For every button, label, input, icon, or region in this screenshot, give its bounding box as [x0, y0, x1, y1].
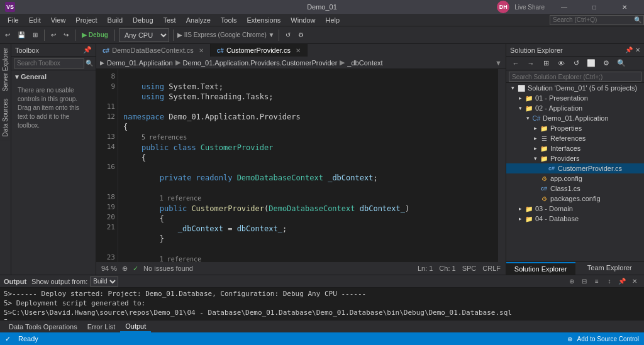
server-explorer-tab[interactable]: Server Explorer: [0, 44, 11, 95]
save-all-btn[interactable]: ⊞: [30, 28, 40, 42]
se-search-input[interactable]: [509, 72, 641, 82]
menu-build[interactable]: Build: [103, 15, 128, 25]
bottom-tab-data-tools[interactable]: Data Tools Operations: [4, 322, 82, 332]
config-btn[interactable]: ⚙: [296, 28, 306, 42]
window-title: Demo_01: [307, 3, 337, 11]
output-btn-4[interactable]: ↕: [604, 277, 615, 287]
main-area: Server Explorer Data Sources Toolbox 📌 🔍…: [0, 44, 644, 275]
add-to-source-control[interactable]: Add to Source Control: [577, 336, 639, 342]
menu-project[interactable]: Project: [70, 15, 102, 25]
redo-btn[interactable]: ↪: [61, 28, 71, 42]
se-collapse-btn[interactable]: ⬜: [584, 57, 598, 70]
tree-providers[interactable]: ▾ 📁 Providers: [506, 153, 644, 163]
se-search-btn[interactable]: 🔍: [614, 57, 628, 70]
cs-icon: c#: [103, 47, 109, 54]
output-btn-2[interactable]: ⊟: [579, 277, 590, 287]
refresh-btn[interactable]: ↺: [283, 28, 293, 42]
output-source-dropdown[interactable]: Build: [90, 277, 118, 287]
live-share-btn[interactable]: Live Share: [514, 4, 545, 11]
maximize-button[interactable]: □: [580, 0, 609, 14]
menu-help[interactable]: Help: [320, 15, 345, 25]
tree-packagesconfig[interactable]: ⚙ packages.config: [506, 194, 644, 204]
output-pin-btn[interactable]: 📌: [616, 277, 628, 287]
undo-btn[interactable]: ↩: [48, 28, 58, 42]
breadcrumb-part-2[interactable]: Demo_01.Application.Providers.CustomerPr…: [183, 59, 338, 67]
solution-tree: ▾ ⬜ Solution 'Demo_01' (5 of 5 projects)…: [506, 83, 644, 261]
output-btn-3[interactable]: ≡: [591, 277, 602, 287]
menu-analyze[interactable]: Analyze: [181, 15, 216, 25]
editor-status-bar: 94 % ⊕ ✓ No issues found Ln: 1 Ch: 1 SPC…: [96, 262, 506, 275]
menu-view[interactable]: View: [46, 15, 71, 25]
menu-test[interactable]: Test: [158, 15, 181, 25]
se-refresh-btn[interactable]: ↺: [569, 57, 583, 70]
tree-presentation[interactable]: ▸ 📁 01 - Presentation: [506, 93, 644, 103]
toolbox-panel: Toolbox 📌 🔍 ▾ General There are no usabl…: [11, 44, 96, 275]
toolbox-section-header[interactable]: ▾ General: [15, 73, 92, 81]
data-sources-tab[interactable]: Data Sources: [0, 95, 11, 141]
tab-customerprovider-label: CustomerProvider.cs: [226, 47, 291, 54]
domain-label: 03 - Domain: [535, 205, 573, 212]
menu-extensions[interactable]: Extensions: [242, 15, 286, 25]
tab-demodbcontext[interactable]: c# DemoDataBaseContext.cs ✕: [96, 44, 211, 57]
tab-customerprovider-close[interactable]: ✕: [296, 47, 301, 54]
editor-scrollbar[interactable]: [498, 69, 506, 262]
output-buttons: ⊕ ⊟ ≡ ↕ 📌 ✕: [566, 277, 640, 287]
toolbox-pin-icon[interactable]: 📌: [83, 46, 92, 54]
tab-demodbcontext-close[interactable]: ✕: [199, 47, 204, 54]
tree-interfaces[interactable]: ▸ 📁 Interfaces: [506, 143, 644, 153]
application-label: 02 - Application: [535, 104, 582, 112]
expand-arrow: ▾: [524, 115, 531, 121]
tree-database[interactable]: ▸ 📁 04 - Database: [506, 214, 644, 224]
tree-properties[interactable]: ▸ 📁 Properties: [506, 123, 644, 133]
code-content[interactable]: using System.Text; using System.Threadin…: [118, 69, 498, 262]
main-search-input[interactable]: [550, 15, 644, 25]
menu-window[interactable]: Window: [286, 15, 320, 25]
tree-application[interactable]: ▾ 📁 02 - Application: [506, 103, 644, 113]
bottom-tab-error-list[interactable]: Error List: [82, 322, 121, 332]
tree-appconfig[interactable]: ⚙ app.config: [506, 173, 644, 183]
menu-edit[interactable]: Edit: [24, 15, 46, 25]
output-header: Output Show output from: Build ⊕ ⊟ ≡ ↕ 📌…: [0, 275, 644, 288]
tree-customerprovider[interactable]: c# CustomerProvider.cs: [506, 163, 644, 173]
tree-references[interactable]: ▸ ☰ References: [506, 133, 644, 143]
se-show-all-btn[interactable]: 👁: [554, 57, 568, 70]
save-btn[interactable]: 💾: [15, 28, 28, 42]
minimize-button[interactable]: —: [550, 0, 579, 14]
tab-customerprovider[interactable]: c# CustomerProvider.cs ✕: [211, 44, 308, 57]
menu-debug[interactable]: Debug: [128, 15, 158, 25]
cpu-dropdown[interactable]: Any CPU: [119, 28, 169, 42]
user-avatar[interactable]: DH: [497, 1, 509, 13]
menu-tools[interactable]: Tools: [216, 15, 242, 25]
editor-tabs-bar: c# DemoDataBaseContext.cs ✕ c# CustomerP…: [96, 44, 506, 57]
output-btn-1[interactable]: ⊕: [566, 277, 577, 287]
toolbox-search-input[interactable]: [14, 58, 84, 68]
line-numbers: 8 9 11 12 13 14 16 18 19 20 21 23: [96, 69, 118, 262]
debug-btn[interactable]: ↩: [3, 28, 13, 42]
bottom-tab-output[interactable]: Output: [120, 321, 151, 332]
se-tab-solution-explorer[interactable]: Solution Explorer: [506, 262, 575, 275]
tree-demo-app[interactable]: ▾ C# Demo_01.Application: [506, 113, 644, 123]
close-button[interactable]: ✕: [610, 0, 639, 14]
breadcrumb-part-3[interactable]: _dbContext: [347, 59, 382, 67]
tree-domain[interactable]: ▸ 📁 03 - Domain: [506, 204, 644, 214]
output-source-row: Show output from: Build: [31, 277, 118, 287]
se-tab-team-explorer[interactable]: Team Explorer: [575, 262, 645, 275]
tree-solution[interactable]: ▾ ⬜ Solution 'Demo_01' (5 of 5 projects): [506, 83, 644, 93]
se-forward-btn[interactable]: →: [524, 57, 538, 70]
folder-icon-iface: 📁: [539, 144, 549, 153]
output-close-btn[interactable]: ✕: [629, 277, 640, 287]
se-close-icon[interactable]: ✕: [635, 47, 640, 53]
search-icon: 🔍: [634, 16, 641, 23]
start-debug-btn[interactable]: ▶ Debug: [79, 28, 111, 42]
se-back-btn[interactable]: ←: [509, 57, 523, 70]
se-properties-btn[interactable]: ⊞: [539, 57, 553, 70]
expand-arrow: ▸: [531, 125, 539, 131]
se-pin-icon[interactable]: 📌: [625, 47, 633, 53]
output-line-4: 5>: [4, 317, 640, 320]
menu-file[interactable]: File: [3, 15, 24, 25]
tree-class1[interactable]: c# Class1.cs: [506, 183, 644, 194]
se-filter-btn[interactable]: ⚙: [599, 57, 613, 70]
iis-express-btn[interactable]: ▶ IIS Express (Google Chrome) ▼: [177, 31, 275, 38]
breadcrumb-part-1[interactable]: Demo_01.Application: [107, 59, 173, 67]
status-ready-icon: ✓: [5, 335, 11, 343]
